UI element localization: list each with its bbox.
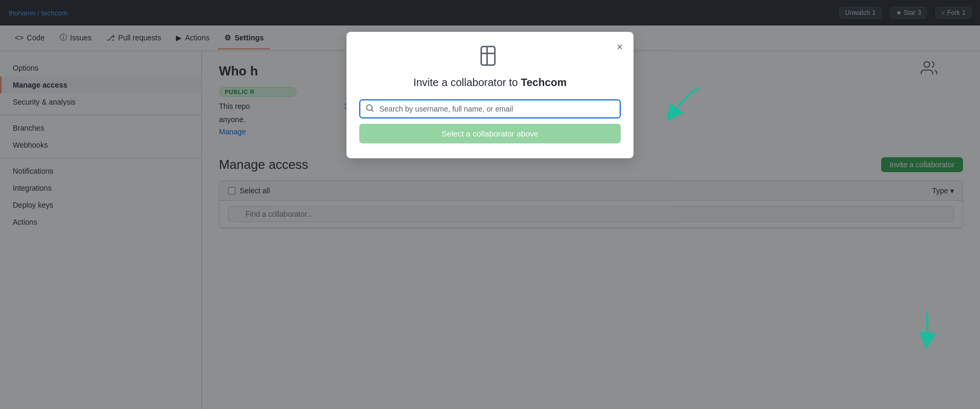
modal-search-input[interactable]: [359, 99, 621, 118]
modal-overlay[interactable]: × Invite a collaborator to Techcom Selec…: [0, 0, 980, 409]
modal-title-repo: Techcom: [521, 76, 567, 88]
modal-select-collaborator-button[interactable]: Select a collaborator above: [359, 124, 621, 143]
svg-rect-1: [481, 47, 495, 65]
invite-collaborator-modal: × Invite a collaborator to Techcom Selec…: [347, 32, 633, 158]
modal-title: Invite a collaborator to Techcom: [359, 76, 621, 89]
modal-repo-icon: [359, 45, 621, 68]
modal-search-icon: [366, 104, 374, 114]
modal-title-prefix: Invite a collaborator to: [413, 76, 521, 88]
modal-close-button[interactable]: ×: [614, 39, 625, 54]
modal-search-wrap: [359, 99, 621, 118]
